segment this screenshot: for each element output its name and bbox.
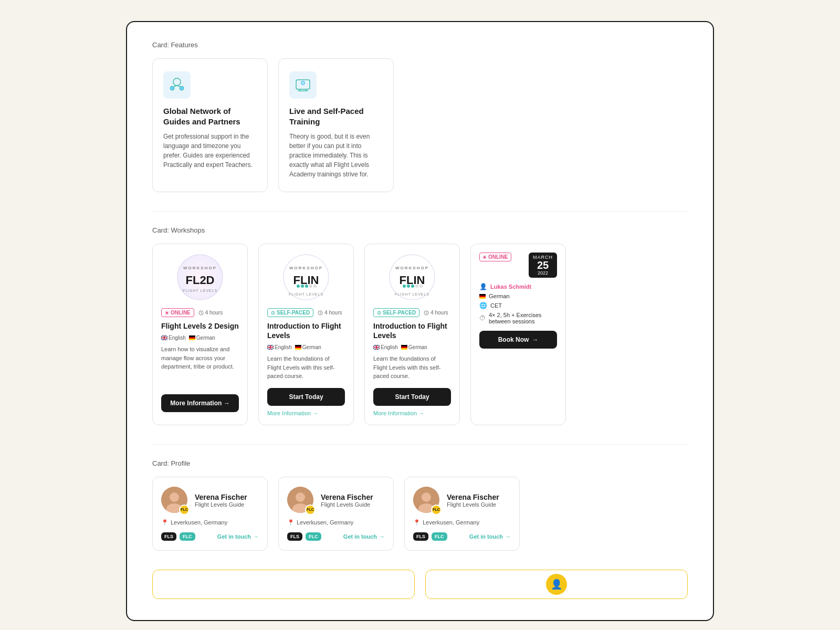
profile-name-2: Verena Fischer	[321, 493, 373, 501]
svg-point-41	[419, 285, 423, 288]
flin1-more-info-link[interactable]: More Information →	[267, 410, 345, 416]
svg-rect-31	[295, 345, 301, 346]
profile-card-3: FLC Verena Fischer Flight Levels Guide 📍…	[404, 477, 520, 551]
cert-fls-3: FLS	[413, 532, 428, 541]
feature-card-live-desc: Theory is good, but it is even better if…	[289, 132, 383, 179]
svg-rect-32	[295, 346, 301, 348]
avatar-badge-1: FLC	[179, 505, 190, 515]
booking-guide-name: Lukas Schmidt	[490, 284, 531, 290]
book-now-button[interactable]: Book Now →	[479, 331, 557, 349]
svg-rect-51	[479, 294, 486, 296]
fl2d-more-info-button[interactable]: More Information →	[161, 394, 239, 412]
workshops-cards-row: WORKSHOP FL2D FLIGHT LEVELS ONLINE 4 hou…	[152, 244, 688, 425]
booking-date-badge: MARCH 25 2022	[529, 253, 557, 278]
svg-rect-0	[163, 71, 191, 99]
booking-header: ONLINE MARCH 25 2022	[479, 253, 557, 278]
svg-rect-17	[189, 337, 195, 339]
flin1-start-today-button[interactable]: Start Today	[267, 388, 345, 406]
avatar-badge-2: FLC	[305, 505, 316, 515]
workshop-card-flin-1: WORKSHOP FLIN FLIGHT LEVELS	[258, 244, 354, 425]
flin2-langs: English German	[373, 344, 451, 350]
avatar-badge-3: FLC	[431, 505, 442, 515]
flin2-title: Introduction to Flight Levels	[373, 321, 451, 340]
flin2-duration: 4 hours	[424, 310, 448, 316]
profile-header-2: FLC Verena Fischer Flight Levels Guide	[287, 487, 385, 514]
flin1-tag-row: SELF-PACED 4 hours	[267, 308, 345, 317]
svg-point-50	[484, 256, 486, 258]
svg-rect-2	[170, 86, 174, 90]
flin1-lang-en: English	[267, 344, 292, 350]
booking-day: 25	[533, 260, 553, 270]
fl2d-lang-en: English	[161, 335, 186, 341]
svg-rect-3	[180, 86, 184, 90]
location-icon-2: 📍	[287, 519, 295, 526]
profile-info-2: Verena Fischer Flight Levels Guide	[321, 493, 373, 508]
svg-rect-52	[479, 296, 486, 297]
booking-year: 2022	[533, 270, 553, 276]
flin2-logo: WORKSHOP FLIN FLIGHT LEVELS	[388, 254, 436, 301]
features-cards-row: Global Network of Guides and Partners Ge…	[152, 58, 688, 192]
svg-text:FLIGHT LEVELS: FLIGHT LEVELS	[395, 292, 429, 296]
profile-footer-2: FLS FLC Get in touch →	[287, 532, 385, 541]
main-container: Card: Features Global Network of Guides …	[126, 21, 714, 621]
avatar-wrap-1: FLC	[161, 487, 188, 514]
svg-point-13	[166, 312, 168, 314]
profile-certs-3: FLS FLC	[413, 532, 447, 541]
booking-timezone: CET	[490, 302, 502, 309]
divider-2	[152, 444, 688, 445]
profile-title-2: Flight Levels Guide	[321, 501, 373, 508]
avatar-wrap-2: FLC	[287, 487, 314, 514]
cert-flc-2: FLC	[306, 532, 321, 541]
flin1-langs: English German	[267, 344, 345, 350]
svg-point-61	[422, 492, 431, 502]
svg-text:WORKSHOP: WORKSHOP	[183, 266, 217, 270]
booking-guide-row: 👤 Lukas Schmidt	[479, 283, 557, 290]
workshop-card-fl2d: WORKSHOP FL2D FLIGHT LEVELS ONLINE 4 hou…	[152, 244, 248, 425]
profile-header-1: FLC Verena Fischer Flight Levels Guide	[161, 487, 259, 514]
flin2-self-paced-tag: SELF-PACED	[373, 308, 419, 317]
location-icon-1: 📍	[161, 519, 169, 526]
cert-fls-1: FLS	[161, 532, 176, 541]
booking-online-badge: ONLINE	[479, 253, 511, 261]
bottom-partial-card-2: 👤	[425, 570, 688, 599]
flin1-desc: Learn the foundations of Flight Levels w…	[267, 354, 345, 381]
features-label: Card: Features	[152, 41, 688, 49]
flin2-start-today-button[interactable]: Start Today	[373, 388, 451, 406]
profile-footer-3: FLS FLC Get in touch →	[413, 532, 511, 541]
profile-title-1: Flight Levels Guide	[195, 501, 247, 508]
get-in-touch-button-1[interactable]: Get in touch →	[217, 533, 259, 540]
fl2d-logo: WORKSHOP FL2D FLIGHT LEVELS	[176, 254, 224, 301]
fl2d-duration: 4 hours	[198, 310, 223, 316]
svg-rect-33	[295, 348, 301, 350]
cert-flc-1: FLC	[180, 532, 195, 541]
booking-card: ONLINE MARCH 25 2022 👤 Lukas Schmidt Ger	[470, 244, 566, 425]
flin2-lang-en: English	[373, 344, 398, 350]
get-in-touch-button-2[interactable]: Get in touch →	[343, 533, 385, 540]
svg-text:FLIGHT LEVELS: FLIGHT LEVELS	[183, 289, 217, 292]
profile-footer-1: FLS FLC Get in touch →	[161, 532, 259, 541]
svg-point-24	[305, 285, 308, 288]
flin1-self-paced-tag: SELF-PACED	[267, 308, 313, 317]
flin1-title: Introduction to Flight Levels	[267, 321, 345, 340]
features-section: Card: Features Global Network of Guides …	[152, 41, 688, 192]
fl2d-title: Flight Levels 2 Design	[161, 321, 239, 331]
location-icon-3: 📍	[413, 519, 421, 526]
profiles-label: Card: Profile	[152, 459, 688, 467]
svg-point-26	[313, 285, 317, 288]
profile-info-1: Verena Fischer Flight Levels Guide	[195, 493, 247, 508]
svg-point-37	[403, 285, 406, 288]
avatar-wrap-3: FLC	[413, 487, 440, 514]
svg-point-40	[415, 285, 418, 288]
profile-name-3: Verena Fischer	[447, 493, 499, 501]
flin2-desc: Learn the foundations of Flight Levels w…	[373, 354, 451, 381]
profiles-cards-row: FLC Verena Fischer Flight Levels Guide 📍…	[152, 477, 688, 551]
svg-point-58	[296, 492, 305, 502]
profile-info-3: Verena Fischer Flight Levels Guide	[447, 493, 499, 508]
flin2-more-info-link[interactable]: More Information →	[373, 410, 451, 416]
profile-certs-2: FLS FLC	[287, 532, 321, 541]
get-in-touch-button-3[interactable]: Get in touch →	[469, 533, 511, 540]
svg-point-38	[407, 285, 410, 288]
divider-1	[152, 211, 688, 212]
svg-text:WORKSHOP: WORKSHOP	[289, 266, 323, 270]
svg-text:FLIGHT LEVELS: FLIGHT LEVELS	[289, 292, 323, 296]
